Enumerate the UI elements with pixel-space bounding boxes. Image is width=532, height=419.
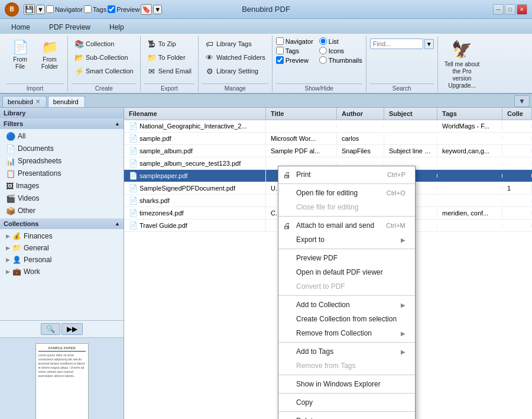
qat-expand-button[interactable]: ▼ [153, 5, 162, 14]
maximize-button[interactable]: □ [505, 4, 515, 15]
title-bar: B 💾 ▼ Navigator Tags Preview 🔖 ▼ Benubir… [0, 0, 532, 19]
doc-tab-2[interactable]: benubird [48, 96, 85, 107]
export-group-label: Export [144, 83, 194, 92]
pro-version-button[interactable]: 🦅 Tell me about the Pro versionUpgrade..… [442, 37, 483, 92]
ctx-open-default[interactable]: Open in default PDF viewer [278, 265, 415, 279]
tags-quickchk[interactable] [84, 5, 92, 13]
tab-help[interactable]: Help [100, 20, 133, 34]
cell-collection-9 [502, 224, 532, 227]
library-setting-label: Library Setting [216, 67, 258, 75]
library-setting-icon: ⚙ [205, 66, 215, 76]
thumbnails-radio[interactable] [319, 56, 327, 64]
watched-folders-icon: 👁 [205, 53, 215, 62]
filter-presentations[interactable]: 📋 Presentations [0, 167, 124, 180]
ctx-create-collection[interactable]: Create Collection from selection [278, 312, 415, 326]
to-folder-button[interactable]: 📁 To Folder [144, 51, 194, 64]
from-file-button[interactable]: 📄 FromFile [6, 37, 34, 73]
qat-menu-button[interactable]: ▼ [36, 5, 45, 14]
navigator-quickchk[interactable] [46, 5, 54, 13]
ctx-add-collection[interactable]: Add to Collection ▶ [278, 298, 415, 312]
tags-checkbox[interactable] [276, 47, 284, 54]
library-tags-button[interactable]: 🏷 Library Tags [202, 37, 268, 50]
collection-general[interactable]: ▶ 📁 General [0, 242, 124, 254]
filter-other[interactable]: 📦 Other [0, 205, 124, 217]
collection-work[interactable]: ▶ 💼 Work [0, 266, 124, 278]
manage-group-label: Manage [202, 83, 268, 92]
finances-label: Finances [24, 232, 53, 240]
ctx-delete-label: Delete [296, 417, 317, 419]
search-input[interactable] [370, 38, 423, 49]
collection-finances[interactable]: ▶ 💰 Finances [0, 230, 124, 242]
from-folder-button[interactable]: 📁 FromFolder [35, 37, 64, 73]
qat-save-button[interactable]: 💾 [24, 4, 35, 15]
col-subject[interactable]: Subject [384, 108, 437, 120]
ctx-preview-pdf[interactable]: Preview PDF [278, 251, 415, 265]
filter-videos[interactable]: 🎬 Videos [0, 192, 124, 205]
ctx-open-edit[interactable]: Open file for editing Ctrl+O [278, 186, 415, 200]
ctx-copy[interactable]: Copy [278, 395, 415, 410]
panel-scroll-button[interactable]: 🔍 [41, 323, 60, 335]
cell-filename-6: 📄SampleSignedPDFDocument.pdf [124, 182, 266, 194]
ctx-add-collection-label: Add to Collection [296, 301, 350, 309]
filter-spreadsheets[interactable]: 📊 Spreadsheets [0, 155, 124, 167]
preview-thumb: SAMPLE PAPER Lorem ipsum dolor sit amet … [35, 343, 89, 419]
watched-folders-button[interactable]: 👁 Watched Folders [202, 51, 268, 64]
col-author[interactable]: Author [337, 108, 384, 120]
search-content: ▼ [370, 36, 434, 82]
to-zip-icon: 🗜 [147, 39, 157, 49]
collections-header[interactable]: Collections ▲ [0, 218, 124, 229]
finances-expand: ▶ [6, 233, 10, 239]
col-collection[interactable]: Colle [502, 108, 532, 120]
ctx-print[interactable]: 🖨 Print Ctrl+P [278, 167, 415, 182]
preview-quickchk[interactable] [108, 5, 115, 13]
filter-images[interactable]: 🖼 Images [0, 180, 124, 192]
ctx-show-explorer[interactable]: Show in Windows Explorer [278, 377, 415, 391]
tab-pdf-preview[interactable]: PDF Preview [40, 20, 99, 34]
thumbnails-row: Thumbnails [319, 56, 362, 64]
search-dropdown[interactable]: ▼ [424, 39, 434, 49]
collection-personal[interactable]: ▶ 👤 Personal [0, 254, 124, 266]
file-row-3[interactable]: 📄sample_album.pdf Sample PDF al... SnapF… [124, 145, 532, 157]
close-button[interactable]: ✕ [517, 4, 527, 15]
ctx-attach-email[interactable]: 🖨 Attach to email and send Ctrl+M [278, 218, 415, 233]
ribbon: Home PDF Preview Help 📄 FromFile 📁 FromF… [0, 19, 532, 94]
tabs-dropdown-arrow[interactable]: ▼ [514, 95, 530, 107]
col-filename[interactable]: Filename [124, 108, 266, 120]
send-email-button[interactable]: ✉ Send Email [144, 65, 194, 78]
minimize-button[interactable]: ─ [493, 4, 504, 15]
navigator-checkbox[interactable] [276, 37, 284, 45]
sub-collection-button[interactable]: 📂 Sub-Collection [72, 51, 137, 64]
ctx-export-to[interactable]: Export to ▶ [278, 233, 415, 247]
file-row-2[interactable]: 📄sample.pdf Microsoft Wor... carlos [124, 133, 532, 145]
collection-button[interactable]: 📚 Collection [72, 37, 137, 50]
qat-bookmark-button[interactable]: 🔖 [141, 4, 152, 15]
tab-home[interactable]: Home [2, 20, 39, 34]
preview-checkbox[interactable] [276, 56, 284, 64]
tab2-label: benubird [53, 98, 79, 105]
filter-documents[interactable]: 📄 Documents [0, 143, 124, 155]
ctx-remove-collection[interactable]: Remove from Collection ▶ [278, 326, 415, 340]
smart-collection-button[interactable]: ⚡ Smart Collection [72, 65, 137, 78]
cell-collection-3 [502, 149, 532, 153]
tab1-close[interactable]: ✕ [35, 98, 40, 105]
panel-expand-button[interactable]: ▶▶ [61, 323, 83, 335]
col-tags[interactable]: Tags [437, 108, 502, 120]
presentations-icon: 📋 [6, 169, 15, 178]
collections-section: Collections ▲ ▶ 💰 Finances ▶ 📁 General ▶… [0, 218, 124, 279]
col-title[interactable]: Title [266, 108, 337, 120]
quick-access-toolbar: 💾 ▼ Navigator Tags Preview 🔖 ▼ [24, 4, 162, 15]
to-zip-button[interactable]: 🗜 To Zip [144, 37, 194, 50]
library-setting-button[interactable]: ⚙ Library Setting [202, 65, 268, 78]
filter-all[interactable]: 🔵 All [0, 130, 124, 143]
manage-buttons: 🏷 Library Tags 👁 Watched Folders ⚙ Libra… [202, 36, 268, 82]
icons-radio[interactable] [319, 47, 327, 54]
doc-tab-1[interactable]: benubird ✕ [2, 96, 47, 107]
list-radio[interactable] [319, 37, 327, 45]
ctx-export-to-label: Export to [296, 236, 325, 244]
ctx-add-tags[interactable]: Add to Tags ▶ [278, 344, 415, 359]
create-group-label: Create [72, 83, 137, 92]
filters-header[interactable]: Filters ▲ [0, 118, 124, 129]
file-row-1[interactable]: 📄National_Geographic_Interactive_2... Wo… [124, 120, 532, 133]
ctx-delete[interactable]: Delete [278, 414, 415, 419]
cell-filename-2: 📄sample.pdf [124, 133, 266, 144]
